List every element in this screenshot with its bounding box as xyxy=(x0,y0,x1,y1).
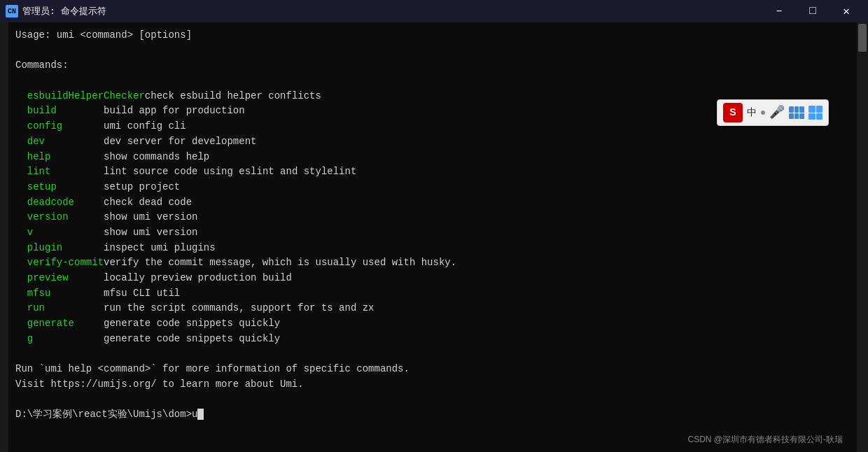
left-sidebar xyxy=(0,22,8,452)
cmd-v: v show umi version xyxy=(15,225,850,241)
terminal-wrapper: Usage: umi <command> [options] Commands:… xyxy=(0,22,868,452)
window-controls: – □ ✕ xyxy=(763,0,862,22)
cmd-lint: lint lint source code using eslint and s… xyxy=(15,164,850,180)
cmd-setup: setup setup project xyxy=(15,180,850,195)
blank-line-2 xyxy=(15,73,850,89)
cmd-version: version show umi version xyxy=(15,210,850,225)
close-button[interactable]: ✕ xyxy=(830,0,862,22)
ime-mic-icon[interactable]: 🎤 xyxy=(769,103,785,122)
cmd-generate: generate generate code snippets quickly xyxy=(15,316,850,332)
blank-line-4 xyxy=(15,393,850,408)
cmd-help: help show commands help xyxy=(15,150,850,165)
usage-line: Usage: umi <command> [options] xyxy=(15,28,850,43)
cmd-verify: verify-commitverify the commit message, … xyxy=(15,255,850,271)
csdn-watermark: CSDN @深圳市有德者科技有限公司-耿瑞 xyxy=(687,433,843,446)
scrollbar[interactable] xyxy=(857,22,868,452)
scrollbar-thumb[interactable] xyxy=(858,24,867,52)
terminal-icon: CN xyxy=(6,5,18,17)
cmd-mfsu: mfsu mfsu CLI util xyxy=(15,286,850,302)
ime-grid-icon[interactable] xyxy=(789,106,804,119)
blank-line-1 xyxy=(15,43,850,59)
cmd-run: run run the script commands, support for… xyxy=(15,301,850,316)
ime-toolbar[interactable]: S 中 🎤 xyxy=(717,99,829,126)
cmd-preview: preview locally preview production build xyxy=(15,271,850,286)
maximize-button[interactable]: □ xyxy=(797,0,829,22)
terminal[interactable]: Usage: umi <command> [options] Commands:… xyxy=(8,22,857,452)
cmd-dev: dev dev server for development xyxy=(15,134,850,150)
minimize-button[interactable]: – xyxy=(763,0,795,22)
help-line: Run `umi help <command>` for more inform… xyxy=(15,362,850,377)
cursor xyxy=(197,409,203,420)
window-title: 管理员: 命令提示符 xyxy=(22,5,763,17)
prompt-line: D:\学习案例\react实验\Umijs\dom>u xyxy=(15,407,850,423)
ime-logo: S xyxy=(723,103,743,122)
ime-apps-icon[interactable] xyxy=(808,106,822,120)
ime-dot xyxy=(761,111,765,115)
cmd-g: g generate code snippets quickly xyxy=(15,332,850,347)
title-bar: CN 管理员: 命令提示符 – □ ✕ xyxy=(0,0,868,22)
commands-label: Commands: xyxy=(15,58,850,73)
blank-line-3 xyxy=(15,346,850,362)
visit-line: Visit https://umijs.org/ to learn more a… xyxy=(15,377,850,393)
cmd-deadcode: deadcode check dead code xyxy=(15,195,850,211)
ime-chinese-char: 中 xyxy=(747,105,757,120)
cmd-plugin: plugin inspect umi plugins xyxy=(15,241,850,256)
